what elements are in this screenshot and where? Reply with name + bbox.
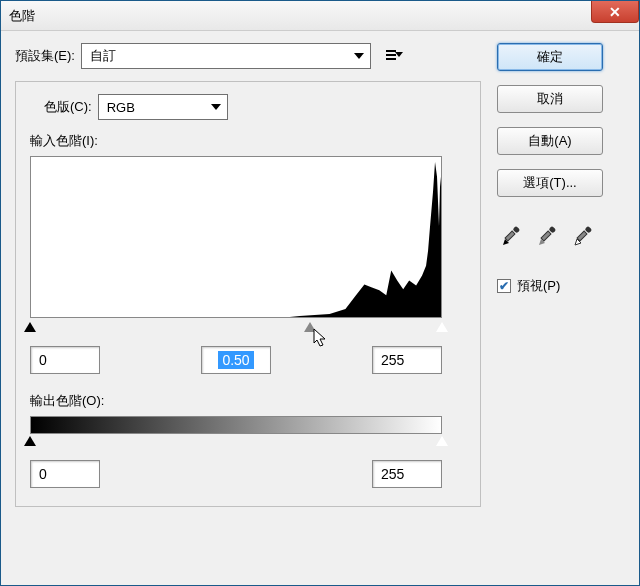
output-highlight-slider[interactable] (436, 436, 448, 446)
input-midtone-field[interactable]: 0.50 (201, 346, 271, 374)
levels-group: 色版(C): RGB 輸入色階(I): (15, 81, 481, 507)
preview-label: 預視(P) (517, 277, 560, 295)
svg-rect-2 (541, 231, 551, 241)
input-midtone-slider[interactable] (304, 322, 316, 332)
preset-select-value: 自訂 (90, 47, 116, 65)
channel-select-value: RGB (107, 100, 135, 115)
channel-select[interactable]: RGB (98, 94, 228, 120)
output-levels-label: 輸出色階(O): (30, 392, 466, 410)
svg-rect-4 (577, 231, 587, 241)
window-title: 色階 (9, 7, 35, 25)
input-highlight-slider[interactable] (436, 322, 448, 332)
eyedropper-white-icon[interactable] (569, 223, 597, 251)
eyedropper-black-icon[interactable] (497, 223, 525, 251)
svg-rect-0 (505, 231, 515, 241)
ok-button[interactable]: 確定 (497, 43, 603, 71)
close-button[interactable]: ✕ (591, 1, 639, 23)
output-slider-track[interactable] (30, 436, 442, 450)
output-highlight-field[interactable]: 255 (372, 460, 442, 488)
preview-checkbox[interactable]: ✔ (497, 279, 511, 293)
preset-menu-icon[interactable] (383, 47, 403, 65)
output-gradient (30, 416, 442, 434)
cancel-button[interactable]: 取消 (497, 85, 603, 113)
titlebar: 色階 ✕ (1, 1, 639, 31)
input-levels-label: 輸入色階(I): (30, 132, 466, 150)
options-button[interactable]: 選項(T)... (497, 169, 603, 197)
input-shadow-slider[interactable] (24, 322, 36, 332)
channel-label: 色版(C): (44, 98, 92, 116)
input-shadow-field[interactable]: 0 (30, 346, 100, 374)
eyedropper-gray-icon[interactable] (533, 223, 561, 251)
auto-button[interactable]: 自動(A) (497, 127, 603, 155)
histogram-plot (31, 157, 441, 317)
histogram (30, 156, 442, 318)
input-highlight-field[interactable]: 255 (372, 346, 442, 374)
output-shadow-field[interactable]: 0 (30, 460, 100, 488)
eyedropper-group (497, 223, 625, 251)
close-icon: ✕ (609, 4, 621, 20)
input-slider-track[interactable] (30, 322, 442, 336)
output-shadow-slider[interactable] (24, 436, 36, 446)
preset-select[interactable]: 自訂 (81, 43, 371, 69)
levels-dialog: 色階 ✕ 預設集(E): 自訂 色版(C): RGB 輸入色階( (0, 0, 640, 586)
preset-label: 預設集(E): (15, 47, 75, 65)
